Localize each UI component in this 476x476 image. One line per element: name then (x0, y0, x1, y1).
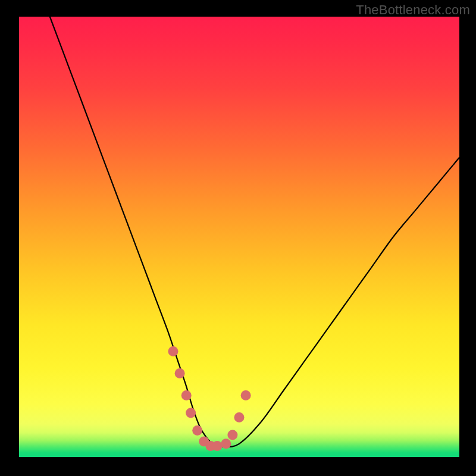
bottleneck-curve (50, 17, 459, 447)
marker-point (212, 441, 223, 451)
chart-stage: TheBottleneck.com (0, 0, 476, 476)
highlighted-points (168, 346, 251, 451)
marker-point (221, 439, 231, 449)
curve-svg (19, 17, 459, 457)
marker-point (234, 412, 245, 422)
marker-point (227, 430, 237, 440)
marker-point (186, 408, 196, 418)
marker-point (168, 346, 178, 356)
marker-point (192, 425, 202, 436)
marker-point (241, 390, 251, 400)
marker-point (181, 390, 192, 400)
watermark-text: TheBottleneck.com (356, 2, 470, 18)
marker-point (175, 368, 185, 378)
plot-area (19, 17, 459, 457)
